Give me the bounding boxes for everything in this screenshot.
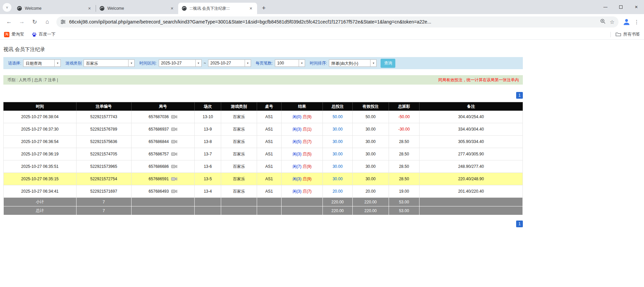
result-player: 闲(7)	[293, 164, 302, 169]
footer-label: 总计	[4, 206, 77, 215]
dropdown-arrow-icon[interactable]: ▾	[195, 60, 201, 66]
total-bet-link[interactable]: 30.00	[333, 177, 343, 181]
cell-payout: 28.50	[389, 148, 419, 160]
dropdown-arrow-icon[interactable]: ▾	[128, 60, 134, 66]
footer-total-bet: 220.00	[323, 206, 352, 215]
result-player: 闲(3)	[293, 189, 302, 194]
video-replay-icon[interactable]	[171, 189, 177, 194]
tab-close-icon[interactable]: ✕	[248, 6, 254, 11]
bookmark-star-icon[interactable]: ☆	[610, 19, 614, 25]
page-size-value: 100	[275, 60, 299, 66]
game-type-select[interactable]: 百家乐 ▾	[84, 59, 135, 67]
page-number-button[interactable]: 1	[516, 92, 523, 99]
forward-button[interactable]: →	[16, 16, 28, 28]
video-replay-icon[interactable]	[171, 127, 177, 132]
tab-search-button[interactable]: ˅	[3, 3, 11, 12]
cell-valid-bet: 20.00	[352, 185, 389, 198]
date-from-value: 2025-10-27	[159, 60, 195, 66]
site-favicon-icon	[99, 6, 105, 11]
dropdown-arrow-icon[interactable]: ▾	[370, 60, 376, 66]
minimize-button[interactable]: —	[598, 0, 613, 14]
result-player: 闲(3)	[293, 152, 302, 156]
date-from-select[interactable]: 2025-10-27 ▾	[159, 59, 202, 67]
cell-session: 13-7	[195, 148, 221, 160]
video-replay-icon[interactable]	[171, 114, 177, 119]
bet-record-table: 时间注单编号局号场次游戏类别桌号结果总投注有效投注总派彩备注 2025-10-2…	[3, 102, 523, 215]
video-replay-icon[interactable]	[171, 177, 177, 181]
dropdown-arrow-icon[interactable]: ▾	[245, 60, 251, 66]
bookmark-aitaobao[interactable]: 淘 爱淘宝	[4, 32, 24, 37]
table-row: 2025-10-27 06:35:15522921572754657686591…	[4, 173, 523, 185]
sort-order-select[interactable]: 降幂(由大到小) ▾	[329, 59, 377, 67]
table-row: 2025-10-27 06:35:51522921573965657686686…	[4, 160, 523, 173]
total-bet-link[interactable]: 30.00	[333, 164, 343, 169]
site-favicon-icon	[17, 6, 22, 11]
total-bet-link[interactable]: 50.00	[333, 114, 343, 119]
new-tab-button[interactable]: +	[259, 3, 268, 13]
tab-close-icon[interactable]: ✕	[169, 6, 175, 11]
cell-result: 闲(5) 庄(7)	[281, 136, 323, 148]
profile-avatar[interactable]	[621, 16, 632, 27]
cell-valid-bet: 30.00	[352, 136, 389, 148]
cell-order-id: 522921575636	[76, 136, 131, 148]
column-header: 场次	[195, 102, 221, 111]
tab-bet-record-active[interactable]: :::视讯 会员下注纪录::: ✕	[178, 3, 257, 14]
page-number-button[interactable]: 1	[516, 221, 523, 227]
cell-result: 闲(3) 庄(5)	[281, 148, 323, 160]
tab-welcome-2[interactable]: Welcome ✕	[96, 3, 178, 14]
maximize-button[interactable]	[613, 0, 629, 14]
video-replay-icon[interactable]	[171, 164, 177, 169]
home-button[interactable]: ⌂	[42, 16, 53, 28]
taobao-icon: 淘	[4, 32, 9, 37]
page-size-select[interactable]: 100 ▾	[275, 59, 305, 67]
maximize-icon	[619, 5, 623, 9]
tune-icon[interactable]	[60, 19, 66, 25]
cell-time: 2025-10-27 06:34:41	[4, 185, 77, 198]
address-bar[interactable]: 66cxkj98.com/ipl/portal.php/game/betreco…	[56, 16, 618, 28]
all-bookmarks[interactable]: 所有书签	[610, 32, 640, 37]
query-type-select[interactable]: 日期查询 ▾	[23, 59, 61, 67]
cell-game-type: 百家乐	[221, 160, 257, 173]
result-banker: 庄(9)	[303, 114, 312, 119]
back-button[interactable]: ←	[3, 16, 15, 28]
browser-menu-icon[interactable]: ⋮	[632, 19, 641, 25]
bookmark-baidu[interactable]: 百度一下	[32, 32, 56, 37]
dropdown-arrow-icon[interactable]: ▾	[299, 60, 305, 66]
close-window-button[interactable]: ✕	[629, 0, 644, 14]
page-title: 视讯 会员下注纪录	[3, 46, 523, 53]
total-bet-link[interactable]: 30.00	[333, 139, 343, 144]
footer-count: 7	[76, 206, 131, 215]
dropdown-arrow-icon[interactable]: ▾	[54, 60, 60, 66]
table-row: 2025-10-27 06:36:54522921575636657686844…	[4, 136, 523, 148]
reload-button[interactable]: ↻	[29, 16, 40, 28]
result-player: 闲(3)	[293, 177, 302, 181]
notice-text: 同局有效投注，统一计算在该局第一张注单内	[438, 77, 519, 83]
cell-time: 2025-10-27 06:37:30	[4, 123, 77, 136]
column-header: 结果	[281, 102, 323, 111]
tab-close-icon[interactable]: ✕	[87, 6, 92, 11]
column-header: 备注	[419, 102, 523, 111]
zoom-icon[interactable]	[600, 18, 606, 26]
cell-payout: -50.00	[389, 111, 419, 123]
date-to-select[interactable]: 2025-10-27 ▾	[208, 59, 251, 67]
cell-round-id: 657686591	[131, 173, 195, 185]
total-bet-link[interactable]: 30.00	[333, 152, 343, 156]
table-row: 2025-10-27 06:36:19522921574705657686757…	[4, 148, 523, 160]
cell-valid-bet: 50.00	[352, 111, 389, 123]
cell-result: 闲(0) 庄(9)	[281, 111, 323, 123]
total-bet-link[interactable]: 30.00	[333, 127, 343, 132]
video-replay-icon[interactable]	[171, 139, 177, 144]
cell-session: 13-5	[195, 173, 221, 185]
cell-result: 闲(3) 庄(1)	[281, 123, 323, 136]
cell-valid-bet: 30.00	[352, 148, 389, 160]
window-controls: — ✕	[598, 0, 644, 14]
table-header-row: 时间注单编号局号场次游戏类别桌号结果总投注有效投注总派彩备注	[4, 102, 523, 111]
footer-empty-cell	[419, 198, 523, 206]
cell-payout: 19.00	[389, 185, 419, 198]
result-banker: 庄(1)	[303, 127, 312, 132]
tab-welcome-1[interactable]: Welcome ✕	[13, 3, 96, 14]
video-replay-icon[interactable]	[171, 152, 177, 156]
search-button[interactable]: 查询	[381, 59, 395, 68]
total-bet-link[interactable]: 20.00	[333, 189, 343, 194]
cell-order-id: 522921576789	[76, 123, 131, 136]
